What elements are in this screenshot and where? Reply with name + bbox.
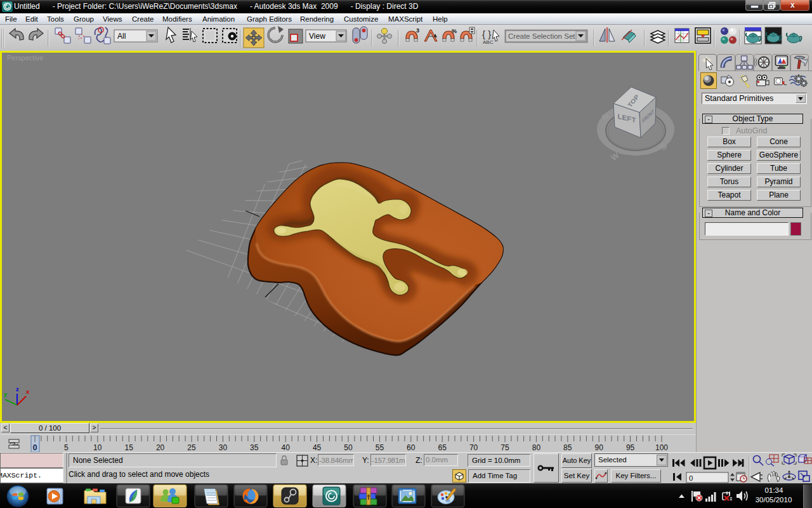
svg-text:%: %: [452, 28, 457, 34]
svg-text:90: 90: [595, 443, 604, 452]
svg-text:All: All: [117, 32, 126, 41]
svg-text:0: 0: [689, 474, 693, 482]
svg-text:Perspective: Perspective: [7, 54, 43, 62]
svg-text:45: 45: [313, 443, 322, 452]
svg-text:15: 15: [125, 443, 134, 452]
svg-text:25: 25: [187, 443, 196, 452]
svg-text:ABC: ABC: [483, 39, 494, 45]
svg-text:65: 65: [438, 443, 447, 452]
svg-text:5: 5: [64, 443, 69, 452]
svg-text:85: 85: [563, 443, 572, 452]
svg-text:70: 70: [469, 443, 478, 452]
svg-text:75: 75: [501, 443, 509, 452]
svg-text:z: z: [16, 385, 19, 392]
svg-text:0: 0: [33, 443, 37, 452]
svg-text:10: 10: [93, 443, 102, 452]
svg-text:Create Selection Set: Create Selection Set: [508, 32, 575, 40]
svg-text:40: 40: [282, 443, 291, 452]
svg-text:20: 20: [156, 443, 165, 452]
svg-text:35: 35: [250, 443, 259, 452]
svg-text:x: x: [26, 388, 30, 395]
svg-text:80: 80: [532, 443, 541, 452]
svg-text:30: 30: [219, 443, 228, 452]
svg-text:50: 50: [344, 443, 353, 452]
svg-text:100: 100: [655, 443, 668, 452]
svg-text:55: 55: [376, 443, 384, 452]
svg-text:{ }: { }: [482, 29, 491, 39]
svg-text:View: View: [309, 32, 325, 41]
svg-text:y: y: [4, 391, 8, 398]
svg-text:95: 95: [626, 443, 635, 452]
svg-text:60: 60: [407, 443, 416, 452]
svg-text:3: 3: [416, 27, 419, 34]
